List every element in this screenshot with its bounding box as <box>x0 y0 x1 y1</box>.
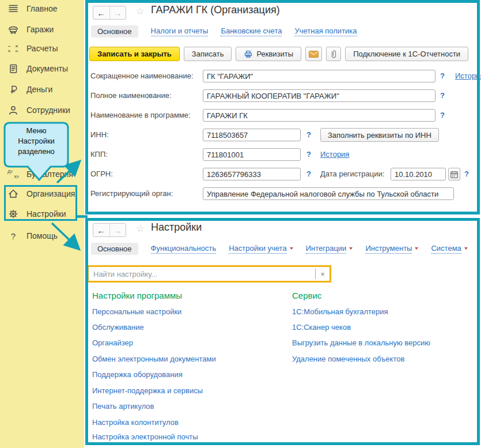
kpp-history-link[interactable]: История <box>320 150 349 159</box>
back-button[interactable]: ← <box>93 224 110 236</box>
chevron-down-icon <box>349 247 353 250</box>
settings-link-equipment[interactable]: Поддержка оборудования <box>92 370 183 379</box>
settings-link-print-articles[interactable]: Печать артикулов <box>92 402 154 411</box>
sidebar-item-label: Расчеты <box>26 44 58 53</box>
tab-integrations[interactable]: Интеграции <box>306 244 353 254</box>
help-mark[interactable]: ? <box>306 170 311 178</box>
page-title: ГАРАЖИ ГК (Организация) <box>151 4 280 16</box>
forward-button[interactable]: → <box>110 6 126 19</box>
chevron-down-icon <box>464 247 468 250</box>
help-mark[interactable]: ? <box>306 130 311 139</box>
help-mark[interactable]: ? <box>440 91 445 100</box>
requisites-button[interactable]: Реквизиты <box>236 47 301 61</box>
tab-main[interactable]: Основное <box>91 243 138 255</box>
sidebar-item-label: Главное <box>26 4 58 13</box>
ogrn-input[interactable] <box>203 168 301 180</box>
sidebar-item-main[interactable]: Главное <box>0 2 84 15</box>
search-input[interactable] <box>89 270 315 278</box>
sidebar-item-settings[interactable]: Настройки <box>0 208 84 220</box>
debit-credit-icon: ДтКт <box>6 169 20 179</box>
gear-icon <box>6 208 20 220</box>
sidebar-item-accounting[interactable]: ДтКт Бухгалтерия <box>0 168 84 180</box>
organization-form: ← → ☆ ГАРАЖИ ГК (Организация) Основное Н… <box>85 0 480 214</box>
tab-main[interactable]: Основное <box>91 25 138 37</box>
ruble-icon <box>6 84 20 95</box>
settings-link-personal[interactable]: Персональные настройки <box>92 307 181 316</box>
reg-authority-input[interactable] <box>203 187 454 200</box>
sidebar-item-documents[interactable]: Документы <box>0 62 84 75</box>
app-window: Главное Гаражи − ×+ = Расчеты <box>0 0 481 448</box>
inn-input[interactable] <box>203 129 301 141</box>
home-icon <box>6 188 20 199</box>
save-button[interactable]: Записать <box>184 47 232 61</box>
back-button[interactable]: ← <box>93 6 110 19</box>
settings-link-maintenance[interactable]: Обслуживание <box>92 323 144 332</box>
settings-form: ← → ☆ Настройки Основное Функциональност… <box>85 218 480 445</box>
sidebar-item-label: Организация <box>26 189 75 198</box>
tab-taxes-reports[interactable]: Налоги и отчеты <box>151 27 209 36</box>
favorite-star-icon[interactable]: ☆ <box>136 223 145 235</box>
help-mark[interactable]: ? <box>440 111 445 119</box>
help-mark[interactable]: ? <box>464 170 469 178</box>
tab-accounting-policy[interactable]: Учетная политика <box>294 27 357 36</box>
tab-accounting-settings[interactable]: Настройки учета <box>229 244 293 254</box>
program-settings-heading: Настройки программы <box>92 291 182 300</box>
clear-search-button[interactable]: × <box>315 269 329 279</box>
person-icon <box>6 104 20 116</box>
field-label: Регистрирующий орган: <box>90 189 173 198</box>
settings-search-box: × <box>87 265 331 283</box>
sidebar-item-label: Гаражи <box>26 25 54 34</box>
menu-icon <box>6 3 20 14</box>
tab-functionality[interactable]: Функциональность <box>151 244 217 254</box>
sidebar-item-label: Бухгалтерия <box>26 170 73 179</box>
settings-link-internet-support[interactable]: Интернет-поддержка и сервисы <box>92 386 203 395</box>
sidebar-item-label: Настройки <box>26 209 66 219</box>
service-link-mobile-accounting[interactable]: 1С:Мобильная бухгалтерия <box>292 307 388 316</box>
sidebar-item-employees[interactable]: Сотрудники <box>0 104 84 116</box>
kpp-input[interactable] <box>203 148 301 161</box>
save-and-close-button[interactable]: Записать и закрыть <box>89 47 180 61</box>
tab-tools[interactable]: Инструменты <box>365 244 418 254</box>
settings-link-email-setup[interactable]: Настройка электронной почты <box>92 432 198 441</box>
sidebar-item-money[interactable]: Деньги <box>0 83 84 96</box>
sidebar: Главное Гаражи − ×+ = Расчеты <box>0 0 84 448</box>
short-name-input[interactable] <box>203 70 435 82</box>
help-mark[interactable]: ? <box>440 71 445 80</box>
page-title: Настройки <box>151 221 202 234</box>
full-name-input[interactable] <box>203 89 435 102</box>
sidebar-item-help[interactable]: ? Помощь <box>0 229 84 242</box>
organization-toolbar: Записать и закрыть Записать Реквизиты <box>89 47 468 61</box>
fill-by-inn-button[interactable]: Заполнить реквизиты по ИНН <box>320 128 439 142</box>
settings-link-organizer[interactable]: Органайзер <box>92 338 133 347</box>
sidebar-item-label: Помощь <box>26 231 58 240</box>
favorite-star-icon[interactable]: ☆ <box>136 5 145 17</box>
garage-icon <box>6 24 20 35</box>
sidebar-item-garages[interactable]: Гаражи <box>0 23 84 36</box>
nav-history-chip: ← → <box>93 223 126 237</box>
sidebar-item-organization[interactable]: Организация <box>0 187 84 200</box>
tab-bank-accounts[interactable]: Банковские счета <box>221 27 282 36</box>
settings-link-headers-footers[interactable]: Настройка колонтитулов <box>92 418 179 427</box>
service-link-delete-marked[interactable]: Удаление помеченных объектов <box>292 355 404 363</box>
help-mark[interactable]: ? <box>306 150 311 159</box>
service-heading: Сервис <box>292 291 321 300</box>
short-name-history-link[interactable]: История <box>455 71 481 80</box>
service-link-export-local[interactable]: Выгрузить данные в локальную версию <box>292 338 430 347</box>
tab-system[interactable]: Система <box>431 244 467 254</box>
calendar-button[interactable] <box>448 168 460 180</box>
field-label: КПП: <box>90 150 108 159</box>
forward-button[interactable]: → <box>110 224 126 236</box>
service-link-receipt-scanner[interactable]: 1С:Сканер чеков <box>292 323 351 332</box>
program-name-input[interactable] <box>203 109 435 122</box>
field-label: ИНН: <box>90 130 109 139</box>
connect-1c-reporting-button[interactable]: Подключение к 1С-Отчетности <box>345 47 468 61</box>
sidebar-item-calculations[interactable]: − ×+ = Расчеты <box>0 42 84 55</box>
reg-date-input[interactable] <box>391 168 446 180</box>
calculator-icon: − ×+ = <box>6 44 20 53</box>
field-label: ОГРН: <box>90 170 113 178</box>
send-email-button[interactable] <box>305 47 322 61</box>
chevron-down-icon <box>415 247 418 250</box>
sidebar-item-label: Деньги <box>26 85 52 94</box>
attachments-button[interactable] <box>326 47 341 61</box>
settings-link-edi[interactable]: Обмен электронными документами <box>92 355 216 363</box>
